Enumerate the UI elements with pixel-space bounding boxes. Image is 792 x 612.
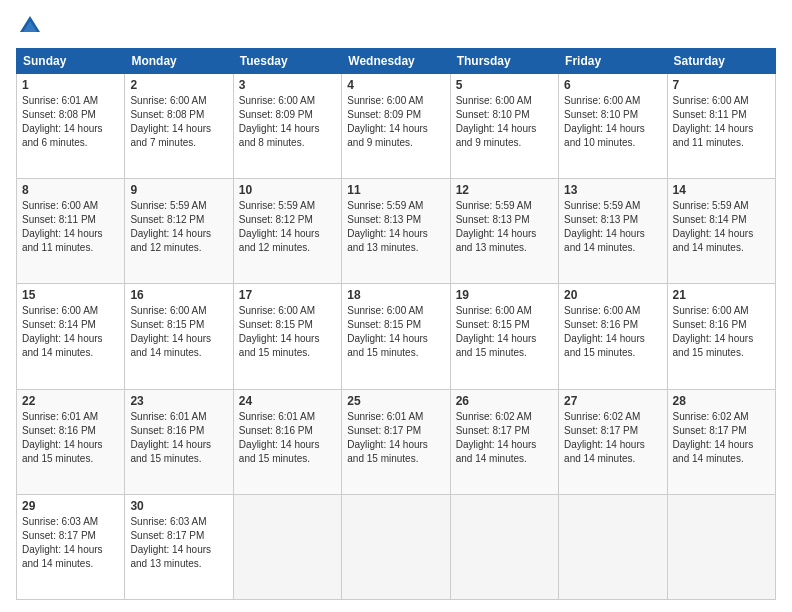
- day-info-line: and 15 minutes.: [673, 347, 744, 358]
- day-info-line: Sunrise: 6:00 AM: [130, 305, 206, 316]
- day-info-line: and 14 minutes.: [673, 453, 744, 464]
- day-number: 24: [239, 394, 336, 408]
- calendar-cell: 4Sunrise: 6:00 AMSunset: 8:09 PMDaylight…: [342, 74, 450, 179]
- day-info-line: and 11 minutes.: [22, 242, 93, 253]
- day-info: Sunrise: 5:59 AMSunset: 8:12 PMDaylight:…: [239, 199, 336, 255]
- day-info: Sunrise: 6:01 AMSunset: 8:16 PMDaylight:…: [239, 410, 336, 466]
- day-info-line: Sunrise: 6:02 AM: [456, 411, 532, 422]
- day-number: 25: [347, 394, 444, 408]
- day-info-line: and 14 minutes.: [130, 347, 201, 358]
- day-number: 3: [239, 78, 336, 92]
- day-info: Sunrise: 6:00 AMSunset: 8:16 PMDaylight:…: [564, 304, 661, 360]
- day-info-line: Sunrise: 6:00 AM: [456, 95, 532, 106]
- day-info-line: Sunset: 8:16 PM: [564, 319, 638, 330]
- calendar-cell: 6Sunrise: 6:00 AMSunset: 8:10 PMDaylight…: [559, 74, 667, 179]
- day-info-line: Sunrise: 6:00 AM: [347, 305, 423, 316]
- day-info-line: Sunrise: 6:00 AM: [347, 95, 423, 106]
- col-header-wednesday: Wednesday: [342, 49, 450, 74]
- calendar-cell: 7Sunrise: 6:00 AMSunset: 8:11 PMDaylight…: [667, 74, 775, 179]
- day-info-line: Daylight: 14 hours: [22, 228, 103, 239]
- calendar-cell: 9Sunrise: 5:59 AMSunset: 8:12 PMDaylight…: [125, 179, 233, 284]
- calendar-cell: 28Sunrise: 6:02 AMSunset: 8:17 PMDayligh…: [667, 389, 775, 494]
- day-info-line: Sunset: 8:11 PM: [673, 109, 747, 120]
- calendar-cell: 18Sunrise: 6:00 AMSunset: 8:15 PMDayligh…: [342, 284, 450, 389]
- day-number: 30: [130, 499, 227, 513]
- day-info-line: Sunrise: 6:00 AM: [564, 305, 640, 316]
- day-info-line: and 12 minutes.: [239, 242, 310, 253]
- day-info-line: and 14 minutes.: [564, 453, 635, 464]
- day-info-line: Daylight: 14 hours: [564, 228, 645, 239]
- logo: [16, 12, 48, 40]
- day-info-line: Sunset: 8:16 PM: [22, 425, 96, 436]
- day-info: Sunrise: 6:02 AMSunset: 8:17 PMDaylight:…: [456, 410, 553, 466]
- calendar-cell: 29Sunrise: 6:03 AMSunset: 8:17 PMDayligh…: [17, 494, 125, 599]
- day-info: Sunrise: 6:00 AMSunset: 8:14 PMDaylight:…: [22, 304, 119, 360]
- day-info: Sunrise: 6:01 AMSunset: 8:17 PMDaylight:…: [347, 410, 444, 466]
- day-info-line: Sunrise: 6:03 AM: [130, 516, 206, 527]
- day-info: Sunrise: 6:00 AMSunset: 8:15 PMDaylight:…: [456, 304, 553, 360]
- day-number: 8: [22, 183, 119, 197]
- calendar-cell: [559, 494, 667, 599]
- day-number: 14: [673, 183, 770, 197]
- day-info-line: Sunrise: 6:00 AM: [456, 305, 532, 316]
- day-info-line: Sunset: 8:17 PM: [564, 425, 638, 436]
- day-info-line: Daylight: 14 hours: [564, 123, 645, 134]
- day-info-line: Sunset: 8:15 PM: [130, 319, 204, 330]
- calendar-cell: 30Sunrise: 6:03 AMSunset: 8:17 PMDayligh…: [125, 494, 233, 599]
- day-info-line: and 6 minutes.: [22, 137, 88, 148]
- calendar-cell: 20Sunrise: 6:00 AMSunset: 8:16 PMDayligh…: [559, 284, 667, 389]
- day-info-line: and 14 minutes.: [22, 558, 93, 569]
- calendar-cell: 8Sunrise: 6:00 AMSunset: 8:11 PMDaylight…: [17, 179, 125, 284]
- day-info: Sunrise: 6:02 AMSunset: 8:17 PMDaylight:…: [564, 410, 661, 466]
- calendar-cell: 10Sunrise: 5:59 AMSunset: 8:12 PMDayligh…: [233, 179, 341, 284]
- day-info-line: Sunset: 8:13 PM: [564, 214, 638, 225]
- day-info-line: Daylight: 14 hours: [347, 123, 428, 134]
- day-info-line: Daylight: 14 hours: [347, 439, 428, 450]
- day-info-line: Sunrise: 5:59 AM: [347, 200, 423, 211]
- day-info-line: and 13 minutes.: [130, 558, 201, 569]
- day-info-line: Sunrise: 6:00 AM: [673, 95, 749, 106]
- day-info-line: Daylight: 14 hours: [673, 123, 754, 134]
- day-number: 13: [564, 183, 661, 197]
- day-info-line: Sunset: 8:17 PM: [22, 530, 96, 541]
- day-info-line: Sunset: 8:15 PM: [239, 319, 313, 330]
- day-info-line: and 14 minutes.: [456, 453, 527, 464]
- day-info-line: Sunset: 8:16 PM: [673, 319, 747, 330]
- calendar-cell: 22Sunrise: 6:01 AMSunset: 8:16 PMDayligh…: [17, 389, 125, 494]
- day-info-line: Sunrise: 6:02 AM: [564, 411, 640, 422]
- day-info-line: Sunrise: 6:01 AM: [347, 411, 423, 422]
- day-number: 11: [347, 183, 444, 197]
- day-info: Sunrise: 6:01 AMSunset: 8:08 PMDaylight:…: [22, 94, 119, 150]
- day-info-line: Daylight: 14 hours: [347, 333, 428, 344]
- day-info-line: Sunrise: 6:00 AM: [22, 200, 98, 211]
- day-number: 23: [130, 394, 227, 408]
- calendar-cell: 11Sunrise: 5:59 AMSunset: 8:13 PMDayligh…: [342, 179, 450, 284]
- page: SundayMondayTuesdayWednesdayThursdayFrid…: [0, 0, 792, 612]
- col-header-friday: Friday: [559, 49, 667, 74]
- day-number: 27: [564, 394, 661, 408]
- day-info-line: Sunset: 8:14 PM: [673, 214, 747, 225]
- day-info-line: Daylight: 14 hours: [22, 544, 103, 555]
- day-info-line: and 15 minutes.: [347, 347, 418, 358]
- day-info-line: Daylight: 14 hours: [673, 228, 754, 239]
- day-info-line: Sunset: 8:12 PM: [130, 214, 204, 225]
- day-info-line: and 11 minutes.: [673, 137, 744, 148]
- day-info-line: Sunset: 8:16 PM: [130, 425, 204, 436]
- day-number: 9: [130, 183, 227, 197]
- day-number: 7: [673, 78, 770, 92]
- day-info-line: Sunrise: 6:01 AM: [130, 411, 206, 422]
- day-info: Sunrise: 6:00 AMSunset: 8:09 PMDaylight:…: [347, 94, 444, 150]
- day-info-line: Daylight: 14 hours: [456, 228, 537, 239]
- day-info: Sunrise: 6:00 AMSunset: 8:15 PMDaylight:…: [130, 304, 227, 360]
- day-number: 28: [673, 394, 770, 408]
- day-number: 1: [22, 78, 119, 92]
- col-header-sunday: Sunday: [17, 49, 125, 74]
- day-info-line: and 15 minutes.: [564, 347, 635, 358]
- day-info-line: and 13 minutes.: [456, 242, 527, 253]
- day-info: Sunrise: 6:00 AMSunset: 8:08 PMDaylight:…: [130, 94, 227, 150]
- day-number: 16: [130, 288, 227, 302]
- day-info-line: Sunset: 8:09 PM: [347, 109, 421, 120]
- day-info-line: Daylight: 14 hours: [239, 439, 320, 450]
- day-info: Sunrise: 6:00 AMSunset: 8:10 PMDaylight:…: [456, 94, 553, 150]
- day-info-line: Daylight: 14 hours: [130, 439, 211, 450]
